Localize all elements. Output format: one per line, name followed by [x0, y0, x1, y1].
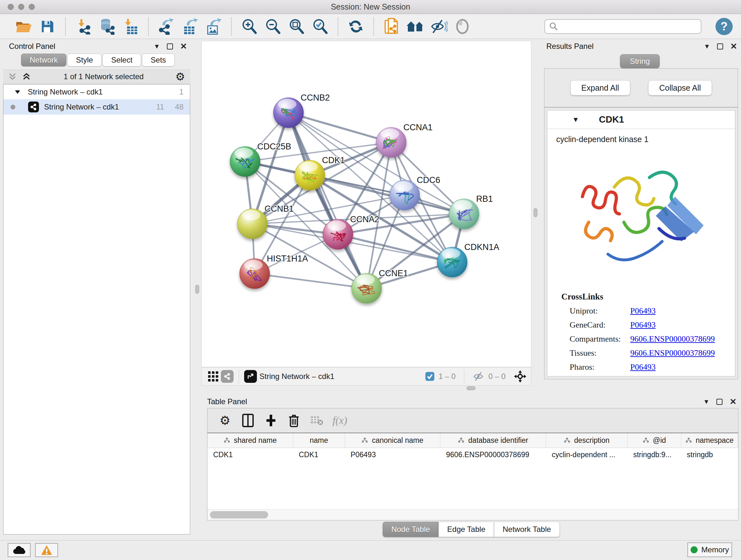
toolbar-separator [148, 17, 149, 36]
collapse-all-button[interactable]: Collapse All [648, 80, 712, 96]
crosslink-link[interactable]: 9606.ENSP00000378699 [630, 334, 715, 344]
network-canvas[interactable]: CCNB2CCNA1CDC25BCDK1CDC6RB1CCNB1CCNA2CDK… [201, 41, 531, 367]
import-table-button[interactable] [119, 16, 142, 37]
network-node-CDKN1A[interactable]: CDKN1A [437, 242, 499, 277]
export-image-button[interactable] [202, 16, 225, 37]
left-splitter-handle[interactable] [195, 285, 199, 294]
help-button[interactable]: ? [716, 18, 733, 35]
panel-close-icon[interactable]: ✕ [180, 42, 187, 51]
panel-menu-icon[interactable]: ▼ [153, 43, 160, 50]
zoom-in-button[interactable] [238, 16, 261, 37]
network-collection-row[interactable]: String Network – cdk1 1 [3, 84, 190, 99]
panel-float-icon[interactable] [717, 399, 723, 405]
fit-content-crosshair-icon[interactable] [514, 370, 527, 383]
network-row-selected[interactable]: String Network – cdk1 11 48 [3, 99, 190, 115]
table-cell[interactable]: P06493 [345, 448, 440, 462]
tab-style[interactable]: Style [67, 54, 102, 66]
memory-button[interactable]: Memory [687, 543, 732, 557]
panel-float-icon[interactable] [167, 44, 173, 50]
delete-column-trash-icon[interactable] [285, 412, 303, 429]
crosslink-link[interactable]: P06493 [630, 362, 656, 372]
hide-selected-button[interactable] [427, 16, 451, 37]
toolbar-separator [338, 17, 338, 36]
scrollbar-thumb[interactable] [210, 511, 268, 518]
tab-sets[interactable]: Sets [142, 54, 175, 66]
refresh-view-button[interactable] [344, 16, 367, 37]
birdseye-view-button[interactable] [220, 369, 234, 383]
tab-node-table[interactable]: Node Table [383, 522, 439, 537]
column-header-description[interactable]: description [546, 433, 627, 448]
zoom-fit-icon [288, 18, 305, 35]
save-session-button[interactable] [36, 16, 59, 37]
tab-network-table[interactable]: Network Table [494, 522, 560, 537]
column-header--id[interactable]: @id [627, 433, 681, 448]
panel-menu-icon[interactable]: ▼ [704, 43, 710, 50]
right-splitter-handle[interactable] [534, 208, 537, 217]
column-header-namespace[interactable]: namespace [681, 433, 738, 448]
zoom-fit-button[interactable] [285, 16, 308, 37]
expand-all-icon[interactable] [22, 72, 32, 81]
network-node-CDK1[interactable]: CDK1 [295, 155, 345, 190]
network-node-CCNA1[interactable]: CCNA1 [376, 123, 433, 158]
tab-edge-table[interactable]: Edge Table [439, 522, 494, 537]
bottom-splitter-handle[interactable] [467, 386, 475, 390]
table-cell[interactable]: 9606.ENSP00000378699 [441, 448, 546, 462]
add-column-icon[interactable] [262, 412, 280, 429]
table-cell[interactable]: cyclin-dependent ... [546, 448, 627, 462]
panel-close-icon[interactable]: ✕ [730, 397, 737, 407]
import-network-database-button[interactable] [95, 16, 119, 37]
export-table-button[interactable] [178, 16, 202, 37]
crosslink-link[interactable]: P06493 [630, 320, 656, 330]
network-node-CCNB1[interactable]: CCNB1 [238, 204, 294, 239]
search-field[interactable] [544, 19, 701, 34]
import-network-file-button[interactable] [71, 16, 95, 37]
table-cell[interactable]: stringdb:9... [627, 448, 681, 462]
tab-network[interactable]: Network [21, 54, 66, 66]
collapse-all-icon[interactable] [8, 72, 18, 81]
network-options-gear-icon[interactable]: ⚙ [176, 70, 185, 83]
table-cell[interactable]: CDK1 [293, 448, 345, 462]
column-header-name[interactable]: name [293, 433, 345, 448]
search-input[interactable] [558, 22, 696, 31]
network-node-RB1[interactable]: RB1 [449, 194, 493, 229]
tab-select[interactable]: Select [103, 54, 141, 66]
table-horizontal-scrollbar[interactable] [207, 509, 738, 520]
show-all-button[interactable] [451, 16, 474, 37]
collection-expander-icon[interactable] [14, 89, 21, 95]
network-node-HIST1H1A[interactable]: HIST1H1A [240, 254, 308, 289]
panel-close-icon[interactable]: ✕ [730, 42, 737, 51]
export-network-button[interactable] [154, 16, 178, 37]
control-panel: Control Panel ▼ ✕ NetworkStyleSelectSets… [3, 40, 190, 535]
grid-view-button[interactable] [206, 369, 220, 383]
expand-all-button[interactable]: Expand All [570, 80, 630, 96]
open-session-button[interactable] [12, 16, 36, 37]
panel-menu-icon[interactable]: ▼ [703, 398, 710, 406]
zoom-out-button[interactable] [261, 16, 285, 37]
gene-expander-icon[interactable]: ▼ [572, 116, 579, 124]
network-edge-HIST1H1A-CCNE1[interactable] [255, 273, 367, 288]
column-header-canonical-name[interactable]: canonical name [345, 433, 440, 448]
table-cell[interactable]: stringdb [681, 448, 738, 462]
hidden-eye-slash-icon[interactable] [473, 371, 485, 381]
table-row[interactable]: CDK1CDK1P064939606.ENSP00000378699cyclin… [207, 448, 738, 462]
tab-string[interactable]: String [620, 54, 660, 68]
home-networks-button[interactable] [403, 16, 427, 37]
column-header-database-identifier[interactable]: database identifier [441, 433, 546, 448]
panel-float-icon[interactable] [717, 44, 723, 50]
table-cell[interactable]: CDK1 [207, 448, 293, 462]
detach-view-button[interactable] [244, 369, 258, 383]
column-header-shared-name[interactable]: shared name [207, 433, 293, 448]
duplicate-network-button[interactable] [380, 16, 403, 37]
warnings-button[interactable] [35, 543, 58, 557]
cloud-status-button[interactable] [8, 543, 30, 557]
crosslink-link[interactable]: P06493 [630, 306, 656, 316]
table-settings-gear-icon[interactable]: ⚙ [216, 412, 234, 429]
network-node-CDC6[interactable]: CDC6 [390, 175, 441, 210]
selected-checkbox-icon[interactable] [425, 372, 434, 381]
network-graph[interactable]: CCNB2CCNA1CDC25BCDK1CDC6RB1CCNB1CCNA2CDK… [202, 41, 531, 367]
zoom-selected-button[interactable] [308, 16, 332, 37]
show-columns-icon[interactable] [239, 412, 257, 429]
share-icon [224, 373, 231, 380]
gene-card-header[interactable]: ▼ CDK1 [547, 111, 735, 129]
crosslink-link[interactable]: 9606.ENSP00000378699 [630, 348, 715, 358]
